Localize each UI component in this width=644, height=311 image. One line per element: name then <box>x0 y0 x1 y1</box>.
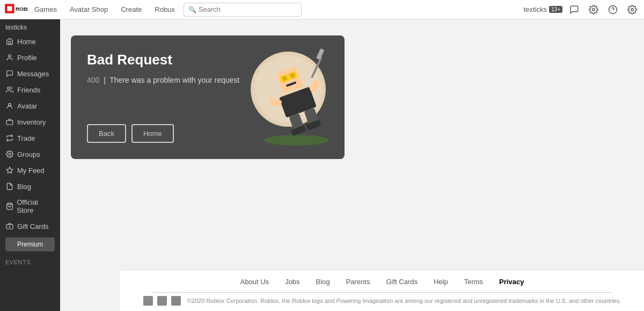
age-badge: 13+ <box>549 6 562 13</box>
sidebar-item-messages[interactable]: Messages <box>0 66 60 82</box>
avatar-icon <box>5 102 14 110</box>
top-nav: ROBLOX Games Avatar Shop Create Robux 🔍 … <box>0 0 644 19</box>
myfeed-icon <box>5 166 14 175</box>
svg-point-11 <box>9 153 11 155</box>
roblox-logo[interactable]: ROBLOX <box>4 3 28 17</box>
nav-games[interactable]: Games <box>28 0 63 19</box>
sidebar-friends-label: Friends <box>17 86 40 94</box>
sidebar-inventory-label: Inventory <box>17 118 46 126</box>
messages-icon <box>5 69 14 78</box>
svg-marker-12 <box>6 167 13 173</box>
footer-link-jobs[interactable]: Jobs <box>285 276 299 288</box>
social-icon-2[interactable] <box>157 296 167 306</box>
user-info: texticks 13+ <box>524 5 562 13</box>
sidebar-trade-label: Trade <box>17 134 35 142</box>
back-button[interactable]: Back <box>87 124 126 143</box>
svg-point-9 <box>9 103 11 106</box>
footer-link-terms[interactable]: Terms <box>464 276 483 288</box>
sidebar-profile-label: Profile <box>17 54 37 62</box>
sidebar-home-label: Home <box>17 38 36 46</box>
error-card: Bad Request 400 | There was a problem wi… <box>71 35 345 159</box>
nav-robux[interactable]: Robux <box>148 0 181 19</box>
search-icon: 🔍 <box>188 6 196 13</box>
error-code: 400 <box>87 76 99 84</box>
top-nav-right: texticks 13+ <box>524 2 640 17</box>
blog-icon <box>5 182 14 191</box>
footer-copyright-text: ©2020 Roblox Corporation. Roblox, the Ro… <box>187 298 621 304</box>
sidebar-item-gift-cards[interactable]: Gift Cards <box>0 218 60 234</box>
svg-point-17 <box>264 135 328 146</box>
search-bar[interactable]: 🔍 <box>184 3 302 17</box>
footer-social-icons <box>143 296 181 306</box>
error-description: There was a problem with your request <box>109 76 239 84</box>
username-label: texticks <box>524 5 547 13</box>
sidebar-username: texticks <box>0 19 60 33</box>
groups-icon <box>5 150 14 158</box>
footer-divider <box>152 292 612 293</box>
footer-link-about[interactable]: About Us <box>240 276 269 288</box>
search-input[interactable] <box>199 5 297 13</box>
top-nav-links: Games Avatar Shop Create Robux 🔍 <box>28 0 524 19</box>
svg-line-27 <box>306 57 327 77</box>
sidebar-item-myfeed[interactable]: My Feed <box>0 162 60 178</box>
footer-link-privacy[interactable]: Privacy <box>499 276 524 288</box>
help-icon-btn[interactable] <box>605 2 620 17</box>
svg-point-7 <box>9 55 11 57</box>
svg-rect-18 <box>276 66 303 93</box>
inventory-icon <box>5 118 14 126</box>
character-illustration <box>237 41 334 148</box>
footer-link-parents[interactable]: Parents <box>346 276 370 288</box>
error-separator: | <box>101 76 109 84</box>
svg-point-3 <box>592 8 595 11</box>
svg-text:ROBLOX: ROBLOX <box>16 6 28 12</box>
footer-link-gift-cards[interactable]: Gift Cards <box>386 276 418 288</box>
nav-create[interactable]: Create <box>114 0 148 19</box>
svg-rect-28 <box>316 48 325 60</box>
sidebar-groups-label: Groups <box>17 150 40 158</box>
home-icon <box>5 37 14 46</box>
premium-button[interactable]: Premium <box>5 237 55 251</box>
sidebar-giftcards-label: Gift Cards <box>17 222 49 230</box>
svg-point-8 <box>8 87 10 90</box>
footer-link-help[interactable]: Help <box>434 276 448 288</box>
character-svg <box>237 41 334 148</box>
home-button[interactable]: Home <box>131 124 174 143</box>
sidebar-item-groups[interactable]: Groups <box>0 146 60 162</box>
sidebar-item-avatar[interactable]: Avatar <box>0 98 60 114</box>
sidebar: texticks Home Profile Messages Friends A… <box>0 19 60 311</box>
chat-icon-btn[interactable] <box>567 2 582 17</box>
svg-rect-10 <box>6 120 13 125</box>
svg-rect-1 <box>8 6 12 11</box>
sidebar-item-profile[interactable]: Profile <box>0 49 60 66</box>
events-label: Events <box>0 255 60 266</box>
giftcards-icon <box>5 222 14 230</box>
friends-icon <box>5 85 14 94</box>
sidebar-store-label: Official Store <box>17 198 55 214</box>
sidebar-item-official-store[interactable]: Official Store <box>0 194 60 218</box>
sidebar-myfeed-label: My Feed <box>17 167 45 175</box>
footer-links: About Us Jobs Blog Parents Gift Cards He… <box>131 276 633 288</box>
main-content: Bad Request 400 | There was a problem wi… <box>60 19 644 311</box>
svg-point-6 <box>631 8 634 11</box>
footer-link-blog[interactable]: Blog <box>316 276 330 288</box>
social-icon-3[interactable] <box>171 296 181 306</box>
sidebar-avatar-label: Avatar <box>17 102 37 110</box>
sidebar-item-blog[interactable]: Blog <box>0 178 60 194</box>
sidebar-item-friends[interactable]: Friends <box>0 82 60 98</box>
sidebar-item-inventory[interactable]: Inventory <box>0 114 60 130</box>
profile-icon <box>5 53 14 62</box>
settings-icon-btn[interactable] <box>586 2 601 17</box>
trade-icon <box>5 134 14 142</box>
sidebar-item-home[interactable]: Home <box>0 33 60 49</box>
footer-copyright-row: ©2020 Roblox Corporation. Roblox, the Ro… <box>131 296 633 306</box>
sidebar-messages-label: Messages <box>17 70 49 78</box>
store-icon <box>5 202 13 211</box>
social-icon-1[interactable] <box>143 296 153 306</box>
nav-avatar-shop[interactable]: Avatar Shop <box>63 0 114 19</box>
sidebar-item-trade[interactable]: Trade <box>0 130 60 146</box>
footer: About Us Jobs Blog Parents Gift Cards He… <box>120 270 644 311</box>
gear-icon-btn[interactable] <box>625 2 640 17</box>
sidebar-blog-label: Blog <box>17 183 31 191</box>
